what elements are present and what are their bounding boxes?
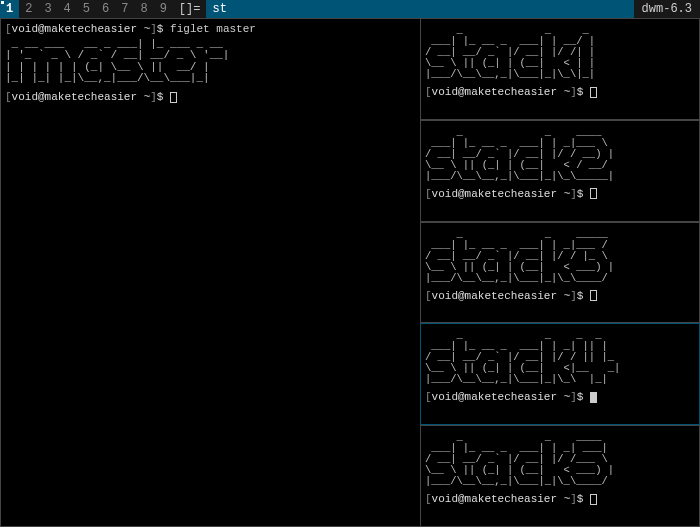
stack-column: _ _ _ ___| |_ __ _ ___| | __/ | / __| __… <box>420 18 700 527</box>
tag-6[interactable]: 6 <box>96 0 115 18</box>
cursor-icon <box>170 92 177 103</box>
workspace: [void@maketecheasier ~]$ figlet master _… <box>0 18 700 527</box>
tag-9[interactable]: 9 <box>154 0 173 18</box>
master-column: [void@maketecheasier ~]$ figlet master _… <box>0 18 420 527</box>
stack3-prompt: [void@maketecheasier ~]$ <box>425 290 695 304</box>
master-command: figlet master <box>170 23 256 35</box>
cursor-icon <box>590 494 597 505</box>
tag-4[interactable]: 4 <box>58 0 77 18</box>
tag-list: 1 2 3 4 5 6 7 8 9 <box>0 0 173 18</box>
master-figlet-output: _ __ ___ __ _ ___| |_ ___ _ __ | '_ ` _ … <box>5 39 416 85</box>
stack-terminal-1[interactable]: _ _ _ ___| |_ __ _ ___| | __/ | / __| __… <box>420 18 700 120</box>
window-title: st <box>206 0 633 18</box>
master-prompt-idle: [void@maketecheasier ~]$ <box>5 91 416 105</box>
stack3-figlet-output: _ _ _____ ___| |_ __ _ ___| | _|___ / / … <box>425 229 695 284</box>
cursor-icon <box>590 290 597 301</box>
tag-3[interactable]: 3 <box>38 0 57 18</box>
cursor-icon <box>590 188 597 199</box>
stack5-prompt: [void@maketecheasier ~]$ <box>425 493 695 507</box>
stack1-prompt: [void@maketecheasier ~]$ <box>425 86 695 100</box>
stack1-figlet-output: _ _ _ ___| |_ __ _ ___| | __/ | / __| __… <box>425 25 695 80</box>
stack2-prompt: [void@maketecheasier ~]$ <box>425 188 695 202</box>
tag-8[interactable]: 8 <box>134 0 153 18</box>
cursor-icon <box>590 87 597 98</box>
tag-5[interactable]: 5 <box>77 0 96 18</box>
tag-2[interactable]: 2 <box>19 0 38 18</box>
stack-terminal-4[interactable]: _ _ _ _ ___| |_ __ _ ___| | _| || | / __… <box>420 323 700 425</box>
master-terminal[interactable]: [void@maketecheasier ~]$ figlet master _… <box>0 18 420 527</box>
stack-terminal-2[interactable]: _ _ ____ ___| |_ __ _ ___| | _|___ \ / _… <box>420 120 700 222</box>
tag-7[interactable]: 7 <box>115 0 134 18</box>
dwm-topbar: 1 2 3 4 5 6 7 8 9 []= st dwm-6.3 <box>0 0 700 18</box>
stack2-figlet-output: _ _ ____ ___| |_ __ _ ___| | _|___ \ / _… <box>425 127 695 182</box>
stack4-figlet-output: _ _ _ _ ___| |_ __ _ ___| | _| || | / __… <box>425 330 695 385</box>
layout-symbol[interactable]: []= <box>173 0 207 18</box>
status-text: dwm-6.3 <box>634 0 700 18</box>
cursor-icon <box>590 392 597 403</box>
master-command-line: [void@maketecheasier ~]$ figlet master <box>5 23 416 37</box>
stack-terminal-3[interactable]: _ _ _____ ___| |_ __ _ ___| | _|___ / / … <box>420 222 700 324</box>
stack4-prompt: [void@maketecheasier ~]$ <box>425 391 695 405</box>
stack5-figlet-output: _ _ ____ ___| |_ __ _ ___| | _| ___| / _… <box>425 432 695 487</box>
tag-1[interactable]: 1 <box>0 0 19 18</box>
stack-terminal-5[interactable]: _ _ ____ ___| |_ __ _ ___| | _| ___| / _… <box>420 425 700 527</box>
